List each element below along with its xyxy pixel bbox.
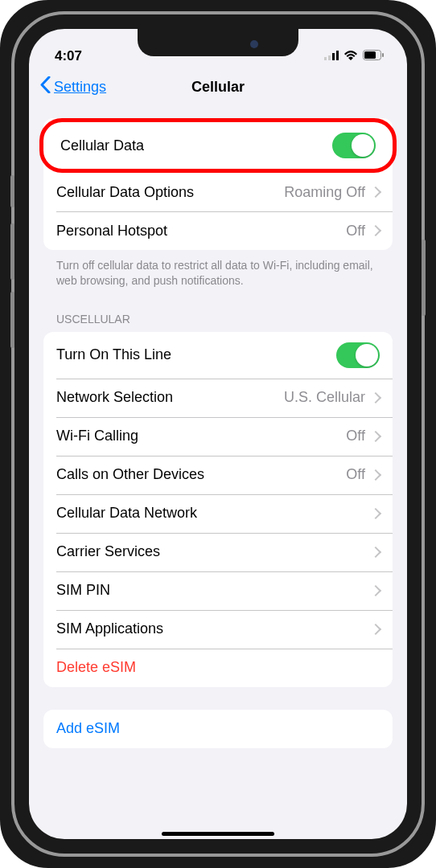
row-label: Carrier Services [56, 543, 372, 560]
screen: 4:07 Settings Cellular [29, 29, 407, 839]
row-label: Cellular Data Options [56, 184, 284, 201]
calls-other-devices-row[interactable]: Calls on Other Devices Off [43, 456, 393, 494]
group-add-esim: Add eSIM [43, 710, 393, 748]
row-value: Off [346, 428, 365, 444]
sim-applications-row[interactable]: SIM Applications [43, 610, 393, 649]
row-label: Turn On This Line [56, 346, 336, 363]
signal-icon [324, 48, 339, 64]
chevron-right-icon [370, 392, 381, 403]
row-value: Off [346, 466, 365, 483]
annotation-highlight: Cellular Data [39, 118, 397, 173]
sim-pin-row[interactable]: SIM PIN [43, 571, 393, 610]
group-carrier: Turn On This Line Network Selection U.S.… [43, 332, 393, 687]
svg-rect-2 [332, 53, 335, 60]
chevron-right-icon [370, 585, 381, 596]
status-time: 4:07 [55, 48, 82, 64]
row-value: U.S. Cellular [284, 389, 365, 406]
section-footer: Turn off cellular data to restrict all d… [29, 250, 407, 295]
svg-rect-3 [336, 51, 339, 60]
network-selection-row[interactable]: Network Selection U.S. Cellular [43, 379, 393, 417]
row-value: Roaming Off [284, 184, 365, 201]
row-label: Cellular Data [60, 137, 332, 154]
row-label: Add eSIM [56, 720, 380, 737]
row-label: SIM Applications [56, 620, 372, 637]
row-label: Wi-Fi Calling [56, 428, 346, 444]
cellular-data-toggle[interactable] [332, 133, 376, 158]
chevron-left-icon [40, 76, 51, 97]
svg-rect-6 [382, 53, 384, 57]
wifi-icon [343, 48, 358, 64]
row-label: SIM PIN [56, 582, 372, 599]
turn-on-line-row[interactable]: Turn On This Line [43, 332, 393, 379]
page-title: Cellular [191, 79, 245, 96]
cellular-data-options-row[interactable]: Cellular Data Options Roaming Off [43, 173, 393, 211]
row-label: Delete eSIM [56, 659, 380, 676]
section-header: USCELLULAR [29, 295, 407, 332]
carrier-services-row[interactable]: Carrier Services [43, 533, 393, 571]
svg-rect-1 [328, 55, 331, 60]
personal-hotspot-row[interactable]: Personal Hotspot Off [43, 211, 393, 250]
cellular-data-network-row[interactable]: Cellular Data Network [43, 494, 393, 533]
add-esim-row[interactable]: Add eSIM [43, 710, 393, 748]
chevron-right-icon [370, 508, 381, 519]
turn-on-line-toggle[interactable] [336, 342, 380, 368]
group-cellular: Cellular Data Cellular Data Options Roam… [43, 118, 393, 250]
battery-icon [363, 48, 385, 64]
phone-frame: 4:07 Settings Cellular [0, 0, 436, 868]
back-label: Settings [54, 79, 106, 96]
home-indicator[interactable] [162, 832, 274, 836]
row-value: Off [346, 223, 365, 240]
content[interactable]: Cellular Data Cellular Data Options Roam… [29, 108, 407, 748]
row-label: Calls on Other Devices [56, 466, 346, 483]
delete-esim-row[interactable]: Delete eSIM [43, 649, 393, 687]
chevron-right-icon [370, 431, 381, 442]
notch [138, 29, 298, 56]
wifi-calling-row[interactable]: Wi-Fi Calling Off [43, 417, 393, 456]
chevron-right-icon [370, 624, 381, 635]
chevron-right-icon [370, 225, 381, 236]
row-label: Personal Hotspot [56, 223, 346, 240]
nav-bar: Settings Cellular [29, 69, 407, 108]
row-label: Cellular Data Network [56, 505, 372, 522]
svg-rect-5 [364, 51, 376, 59]
chevron-right-icon [370, 186, 381, 198]
row-label: Network Selection [56, 389, 284, 406]
cellular-data-row[interactable]: Cellular Data [47, 122, 389, 169]
svg-rect-0 [324, 57, 327, 60]
back-button[interactable]: Settings [40, 76, 106, 97]
chevron-right-icon [370, 469, 381, 481]
chevron-right-icon [370, 547, 381, 558]
